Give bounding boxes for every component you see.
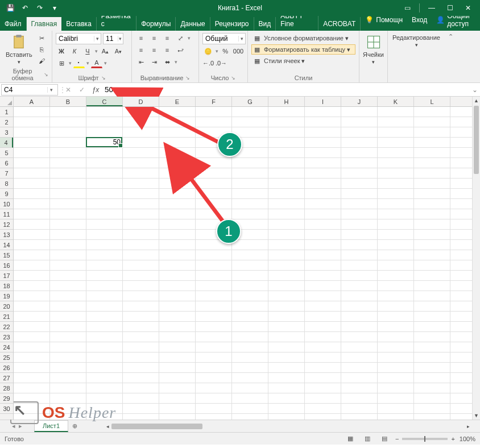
cut-icon[interactable]: ✂ xyxy=(36,33,48,43)
select-all-triangle[interactable] xyxy=(0,97,14,107)
row-header-27[interactable]: 27 xyxy=(0,373,13,383)
col-header-F[interactable]: F xyxy=(196,97,232,106)
decrease-decimal-icon[interactable]: .0→ xyxy=(216,58,227,68)
font-size-dd-icon[interactable]: ▾ xyxy=(118,36,123,42)
merge-icon[interactable]: ⬌ xyxy=(162,57,173,67)
paste-button[interactable]: Вставить▾ xyxy=(3,33,35,66)
fx-icon[interactable]: ƒx xyxy=(89,83,102,96)
col-header-L[interactable]: L xyxy=(414,97,450,106)
increase-decimal-icon[interactable]: ←.0 xyxy=(202,58,214,68)
col-header-I[interactable]: I xyxy=(305,97,341,106)
clipboard-dialog-icon[interactable]: ↘ xyxy=(44,72,48,77)
cells-button[interactable]: Ячейки▾ xyxy=(363,33,384,66)
scroll-right-icon[interactable]: ▸ xyxy=(464,422,472,430)
minimize-icon[interactable]: — xyxy=(423,2,440,14)
col-header-G[interactable]: G xyxy=(232,97,268,106)
grid[interactable]: ABCDEFGHIJKL 123456789101112131415161718… xyxy=(0,97,480,420)
tab-home[interactable]: Главная xyxy=(27,17,62,31)
align-left-icon[interactable]: ≡ xyxy=(135,45,147,55)
col-header-B[interactable]: B xyxy=(50,97,86,106)
copy-icon[interactable]: ⎘ xyxy=(36,44,48,55)
grow-font-icon[interactable]: A▴ xyxy=(100,46,111,56)
increase-indent-icon[interactable]: ⇥ xyxy=(148,57,160,67)
undo-icon[interactable]: ↶ xyxy=(18,2,32,14)
page-break-view-icon[interactable]: ▤ xyxy=(378,434,391,443)
row-header-13[interactable]: 13 xyxy=(0,230,13,240)
comma-icon[interactable]: 000 xyxy=(233,46,244,56)
name-box-input[interactable] xyxy=(2,85,47,95)
tab-acrobat[interactable]: ACROBAT xyxy=(318,17,361,31)
col-header-E[interactable]: E xyxy=(159,97,196,106)
fill-color-icon[interactable]: 🞍 xyxy=(73,58,85,68)
conditional-format-button[interactable]: ▦ Условное форматирование ▾ xyxy=(251,33,355,43)
qat-customize-icon[interactable]: ▾ xyxy=(48,2,61,14)
tab-file[interactable]: Файл xyxy=(0,17,27,31)
page-layout-view-icon[interactable]: ▥ xyxy=(361,434,374,443)
row-header-24[interactable]: 24 xyxy=(0,342,13,352)
tab-view[interactable]: Вид xyxy=(254,17,276,31)
font-color-icon[interactable]: A xyxy=(91,58,102,68)
name-box-dd-icon[interactable]: ▾ xyxy=(47,87,55,93)
zoom-label[interactable]: 100% xyxy=(460,435,475,442)
maximize-icon[interactable]: ☐ xyxy=(441,2,458,14)
format-as-table-button[interactable]: ▦ Форматировать как таблицу ▾ xyxy=(251,44,355,55)
col-header-H[interactable]: H xyxy=(268,97,305,106)
zoom-out-icon[interactable]: − xyxy=(395,435,399,442)
number-dialog-icon[interactable]: ↘ xyxy=(231,75,235,81)
row-header-25[interactable]: 25 xyxy=(0,352,13,363)
row-header-17[interactable]: 17 xyxy=(0,271,13,281)
row-header-7[interactable]: 7 xyxy=(0,168,13,179)
enter-formula-icon[interactable]: ✓ xyxy=(75,83,89,96)
tab-formulas[interactable]: Формулы xyxy=(136,17,176,31)
font-dialog-icon[interactable]: ↘ xyxy=(101,75,106,81)
row-header-22[interactable]: 22 xyxy=(0,322,13,332)
row-header-28[interactable]: 28 xyxy=(0,383,13,393)
row-header-30[interactable]: 30 xyxy=(0,404,13,414)
formula-input[interactable] xyxy=(102,84,470,95)
row-header-5[interactable]: 5 xyxy=(0,148,13,158)
row-header-8[interactable]: 8 xyxy=(0,179,13,189)
vertical-scrollbar[interactable]: ▲ ▼ xyxy=(472,97,480,420)
row-header-10[interactable]: 10 xyxy=(0,199,13,209)
editing-button[interactable]: Редактирование▾ xyxy=(391,33,441,49)
row-header-26[interactable]: 26 xyxy=(0,363,13,373)
zoom-slider[interactable] xyxy=(402,438,448,440)
ribbon-options-icon[interactable]: ▭ xyxy=(399,2,416,14)
row-header-18[interactable]: 18 xyxy=(0,281,13,291)
percent-icon[interactable]: % xyxy=(220,46,231,56)
row-header-11[interactable]: 11 xyxy=(0,209,13,219)
scroll-up-icon[interactable]: ▲ xyxy=(473,97,480,105)
row-header-29[interactable]: 29 xyxy=(0,393,13,404)
tab-data[interactable]: Данные xyxy=(176,17,210,31)
row-header-12[interactable]: 12 xyxy=(0,219,13,230)
number-format-dd-icon[interactable]: ▾ xyxy=(238,36,245,42)
row-header-15[interactable]: 15 xyxy=(0,250,13,260)
col-header-A[interactable]: A xyxy=(14,97,50,106)
row-header-6[interactable]: 6 xyxy=(0,158,13,168)
col-header-C[interactable]: C xyxy=(86,97,123,106)
borders-icon[interactable]: ⊞ xyxy=(56,58,67,68)
tab-review[interactable]: Рецензиро xyxy=(210,17,254,31)
close-icon[interactable]: ✕ xyxy=(460,2,477,14)
hscroll-thumb[interactable] xyxy=(111,424,202,429)
vscroll-thumb[interactable] xyxy=(474,106,479,174)
currency-icon[interactable]: 🪙 xyxy=(202,46,214,56)
bold-button[interactable]: Ж xyxy=(56,46,67,56)
orientation-icon[interactable]: ⤢ xyxy=(175,33,186,43)
row-header-20[interactable]: 20 xyxy=(0,301,13,312)
decrease-indent-icon[interactable]: ⇤ xyxy=(135,57,147,67)
number-format-input[interactable] xyxy=(203,35,238,43)
shrink-font-icon[interactable]: A▾ xyxy=(113,46,124,56)
align-right-icon[interactable]: ≡ xyxy=(162,45,173,55)
row-header-9[interactable]: 9 xyxy=(0,189,13,199)
wrap-text-icon[interactable]: ⮐ xyxy=(175,45,186,55)
row-header-2[interactable]: 2 xyxy=(0,117,13,127)
zoom-in-icon[interactable]: + xyxy=(451,435,454,442)
tab-insert[interactable]: Вставка xyxy=(61,17,97,31)
font-name-input[interactable] xyxy=(56,35,94,43)
cell-styles-button[interactable]: ▦ Стили ячеек ▾ xyxy=(251,56,355,66)
align-dialog-icon[interactable]: ↘ xyxy=(185,75,190,81)
redo-icon[interactable]: ↷ xyxy=(33,2,47,14)
underline-button[interactable]: Ч xyxy=(82,46,93,56)
row-header-16[interactable]: 16 xyxy=(0,260,13,271)
